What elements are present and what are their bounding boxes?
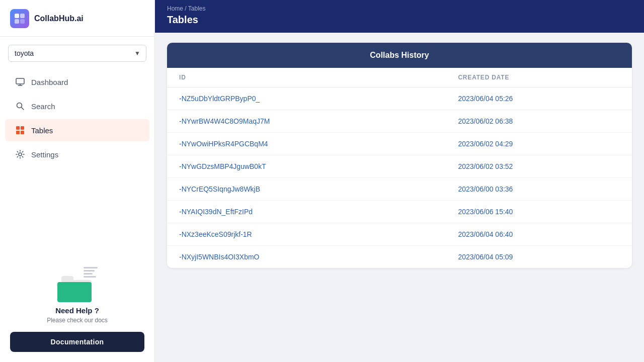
sidebar-item-dashboard[interactable]: Dashboard <box>5 71 149 93</box>
cell-created-date: 2023/06/02 06:38 <box>446 110 632 133</box>
cell-id: -NZ5uDbYldtGRPBypP0_ <box>167 87 446 110</box>
svg-point-10 <box>19 153 22 156</box>
help-illustration <box>57 267 98 302</box>
tables-icon <box>15 125 25 135</box>
sidebar-item-tables[interactable]: Tables <box>5 119 149 141</box>
help-title: Need Help ? <box>55 306 99 315</box>
svg-rect-6 <box>16 126 20 130</box>
table-row[interactable]: -NYwGDzsMBP4JguwB0kT2023/06/02 03:52 <box>167 155 632 178</box>
sidebar-nav: Dashboard Search Tables <box>0 66 154 170</box>
collabs-history-card: Collabs History ID CREATED DATE -NZ5uDbY… <box>167 43 632 268</box>
search-label: Search <box>31 102 55 111</box>
sidebar-logo-area: CollabHub.ai <box>0 0 154 37</box>
cell-created-date: 2023/06/06 15:40 <box>446 201 632 223</box>
dashboard-label: Dashboard <box>31 78 68 86</box>
cell-id: -NYAIQI39dN_EftFzIPd <box>167 201 446 223</box>
settings-icon <box>15 149 25 159</box>
svg-rect-1 <box>20 14 25 18</box>
breadcrumb: Home / Tables <box>167 5 632 12</box>
col-header-date: CREATED DATE <box>446 68 632 87</box>
sidebar-item-settings[interactable]: Settings <box>5 143 149 165</box>
svg-rect-2 <box>15 19 19 24</box>
help-section: Need Help ? Please check our docs Docume… <box>0 257 154 362</box>
table-row[interactable]: -NZ5uDbYldtGRPBypP0_2023/06/04 05:26 <box>167 87 632 110</box>
workspace-input[interactable] <box>8 45 146 62</box>
settings-label: Settings <box>31 150 58 159</box>
col-header-id: ID <box>167 68 446 87</box>
cell-id: -NXyjI5WNBIs4OI3XbmO <box>167 246 446 268</box>
documentation-button[interactable]: Documentation <box>10 332 144 352</box>
table-row[interactable]: -NXyjI5WNBIs4OI3XbmO2023/06/04 05:09 <box>167 246 632 268</box>
cell-created-date: 2023/06/02 04:29 <box>446 133 632 155</box>
cell-id: -NYCrEQ5SIqngJw8WkjB <box>167 178 446 201</box>
table-title: Collabs History <box>370 51 429 59</box>
svg-rect-8 <box>16 131 20 134</box>
table-row[interactable]: -NXz3eeKceS09rjkf-1R2023/06/04 06:40 <box>167 223 632 246</box>
cell-created-date: 2023/06/04 05:09 <box>446 246 632 268</box>
sidebar: CollabHub.ai ▼ Dashboard Se <box>0 0 155 362</box>
search-icon <box>15 101 25 111</box>
table-header-row: ID CREATED DATE <box>167 68 632 87</box>
svg-rect-4 <box>16 78 24 84</box>
breadcrumb-home[interactable]: Home <box>167 5 183 12</box>
monitor-icon <box>15 77 25 87</box>
table-body: -NZ5uDbYldtGRPBypP0_2023/06/04 05:26-NYw… <box>167 87 632 268</box>
cell-id: -NXz3eeKceS09rjkf-1R <box>167 223 446 246</box>
cell-id: -NYwOwiHPksR4PGCBqM4 <box>167 133 446 155</box>
table-row[interactable]: -NYwrBW4W4C8O9MaqJ7M2023/06/02 06:38 <box>167 110 632 133</box>
cell-created-date: 2023/06/02 03:52 <box>446 155 632 178</box>
cell-created-date: 2023/06/00 03:36 <box>446 178 632 201</box>
cell-id: -NYwGDzsMBP4JguwB0kT <box>167 155 446 178</box>
collabs-table: ID CREATED DATE -NZ5uDbYldtGRPBypP0_2023… <box>167 68 632 268</box>
page-title: Tables <box>167 14 632 26</box>
svg-rect-3 <box>20 19 25 24</box>
cell-id: -NYwrBW4W4C8O9MaqJ7M <box>167 110 446 133</box>
table-row[interactable]: -NYCrEQ5SIqngJw8WkjB2023/06/00 03:36 <box>167 178 632 201</box>
sidebar-item-search[interactable]: Search <box>5 95 149 117</box>
table-row[interactable]: -NYAIQI39dN_EftFzIPd2023/06/06 15:40 <box>167 201 632 223</box>
svg-rect-0 <box>15 14 19 18</box>
tables-label: Tables <box>31 126 53 135</box>
svg-rect-7 <box>21 126 24 130</box>
table-card-header: Collabs History <box>167 43 632 68</box>
cell-created-date: 2023/06/04 06:40 <box>446 223 632 246</box>
cell-created-date: 2023/06/04 05:26 <box>446 87 632 110</box>
app-logo-icon <box>10 9 29 28</box>
page-header: Home / Tables Tables <box>155 0 644 33</box>
breadcrumb-current: Tables <box>188 5 206 12</box>
workspace-selector[interactable]: ▼ <box>8 45 146 62</box>
table-row[interactable]: -NYwOwiHPksR4PGCBqM42023/06/02 04:29 <box>167 133 632 155</box>
main-content: Home / Tables Tables Collabs History ID … <box>155 0 644 362</box>
help-subtitle: Please check our docs <box>47 317 108 324</box>
svg-rect-9 <box>21 131 24 134</box>
app-name: CollabHub.ai <box>34 14 84 23</box>
content-area: Collabs History ID CREATED DATE -NZ5uDbY… <box>155 33 644 362</box>
